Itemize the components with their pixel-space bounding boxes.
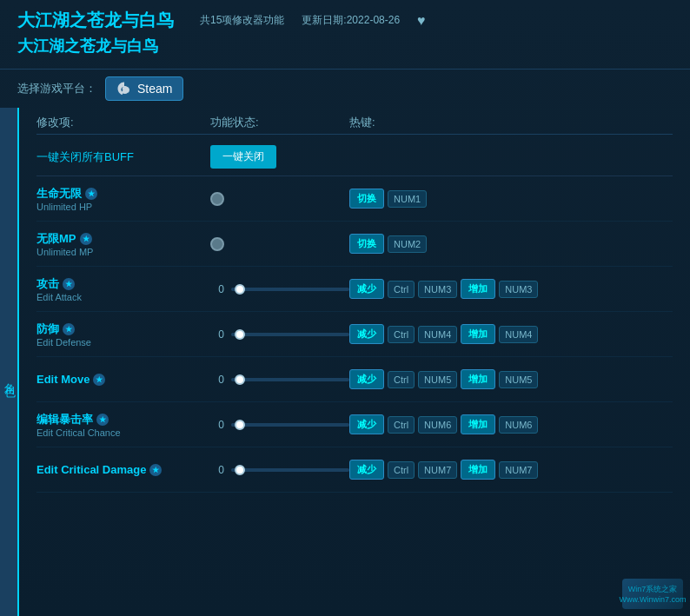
hotkey-0-0[interactable]: 切换: [349, 189, 384, 209]
mod-hotkey-col-2: 减少CtrlNUM3增加NUM3: [349, 279, 673, 299]
slider-value-3: 0: [210, 328, 224, 341]
hotkey-3-4[interactable]: NUM4: [499, 326, 538, 343]
hotkey-2-3[interactable]: 增加: [461, 279, 495, 299]
hotkey-4-2[interactable]: NUM5: [418, 371, 457, 388]
mod-name-zh-5: 编辑暴击率★: [36, 412, 210, 427]
star-icon-6[interactable]: ★: [149, 464, 162, 476]
watermark-logo: Win7系统之家 Www.Winwin7.com: [622, 579, 683, 609]
mod-name-col-4: Edit Move★: [36, 373, 210, 387]
slider-track-3[interactable]: [231, 333, 349, 336]
slider-container-2: 0: [210, 283, 349, 295]
side-tab: 角色: [0, 108, 19, 616]
col-status-header: 功能状态:: [210, 115, 349, 130]
hotkey-1-1[interactable]: NUM2: [388, 235, 427, 253]
mod-name-col-0: 生命无限★Unlimited HP: [36, 186, 210, 212]
hotkey-4-1[interactable]: Ctrl: [388, 371, 415, 388]
toggle-circle-1[interactable]: [210, 237, 224, 251]
hotkey-2-0[interactable]: 减少: [349, 279, 384, 299]
mod-hotkey-col-6: 减少CtrlNUM7增加NUM7: [349, 460, 673, 480]
hotkey-5-0[interactable]: 减少: [349, 414, 384, 434]
mod-status-col-0: [210, 192, 349, 206]
mod-name-col-6: Edit Critical Damage★: [36, 463, 210, 477]
hotkey-6-0[interactable]: 减少: [349, 460, 384, 480]
mod-status-col-4: 0: [210, 374, 349, 386]
slider-thumb-3[interactable]: [235, 329, 245, 340]
slider-track-5[interactable]: [231, 423, 349, 427]
hotkey-6-2[interactable]: NUM7: [418, 461, 457, 479]
hotkey-2-1[interactable]: Ctrl: [388, 281, 415, 298]
hotkey-6-3[interactable]: 增加: [461, 460, 495, 480]
header-meta: 共15项修改器功能 更新日期:2022-08-26 ♥: [200, 13, 426, 29]
onekey-button[interactable]: 一键关闭: [210, 145, 276, 169]
hotkey-6-1[interactable]: Ctrl: [388, 461, 415, 479]
hotkey-5-3[interactable]: 增加: [461, 414, 495, 434]
steam-icon: [116, 81, 132, 96]
mod-hotkey-col-1: 切换NUM2: [349, 234, 673, 254]
slider-thumb-6[interactable]: [235, 465, 245, 475]
slider-container-3: 0: [210, 328, 349, 341]
mod-name-zh-2: 攻击★: [36, 276, 210, 292]
mod-name-en-1: Unlimited MP: [36, 247, 210, 257]
platform-row: 选择游戏平台： Steam: [0, 70, 690, 108]
slider-thumb-4[interactable]: [235, 374, 245, 385]
mod-name-en-4: Edit Move★: [36, 373, 210, 387]
mod-name-en-0: Unlimited HP: [36, 202, 210, 212]
star-icon-4[interactable]: ★: [93, 374, 105, 386]
mod-hotkey-col-0: 切换NUM1: [349, 189, 673, 209]
platform-label: 选择游戏平台：: [17, 81, 96, 96]
modifiers-list: 生命无限★Unlimited HP切换NUM1无限MP★Unlimited MP…: [36, 176, 673, 493]
slider-value-2: 0: [210, 283, 224, 295]
star-icon-0[interactable]: ★: [85, 188, 97, 200]
hotkey-3-0[interactable]: 减少: [349, 324, 384, 344]
mod-name-col-1: 无限MP★Unlimited MP: [36, 231, 210, 257]
slider-track-6[interactable]: [231, 468, 349, 472]
mod-name-zh-1: 无限MP★: [36, 231, 210, 247]
slider-container-6: 0: [210, 464, 349, 476]
hotkey-1-0[interactable]: 切换: [349, 234, 384, 254]
game-title-main: 大江湖之苍龙与白鸟: [17, 9, 174, 32]
mod-status-col-6: 0: [210, 464, 349, 476]
heart-icon[interactable]: ♥: [417, 13, 426, 29]
modifier-row-6: Edit Critical Damage★0减少CtrlNUM7增加NUM7: [36, 447, 673, 493]
slider-track-4[interactable]: [231, 378, 349, 381]
slider-thumb-2[interactable]: [235, 284, 245, 295]
mod-name-zh-3: 防御★: [36, 321, 210, 337]
modifier-row-1: 无限MP★Unlimited MP切换NUM2: [36, 222, 673, 267]
col-hotkey-header: 热键:: [349, 115, 673, 130]
star-icon-3[interactable]: ★: [63, 323, 75, 335]
hotkey-2-4[interactable]: NUM3: [499, 281, 538, 298]
modifier-row-3: 防御★Edit Defense0减少CtrlNUM4增加NUM4: [36, 312, 673, 357]
steam-button[interactable]: Steam: [105, 76, 183, 101]
hotkey-4-3[interactable]: 增加: [461, 369, 495, 389]
slider-track-2[interactable]: [231, 288, 349, 291]
mod-status-col-3: 0: [210, 328, 349, 341]
onekey-row: 一键关闭所有BUFF 一键关闭: [36, 138, 673, 176]
mod-name-col-3: 防御★Edit Defense: [36, 321, 210, 348]
hotkey-6-4[interactable]: NUM7: [499, 461, 538, 479]
hotkey-3-1[interactable]: Ctrl: [388, 326, 415, 343]
star-icon-2[interactable]: ★: [63, 278, 75, 290]
hotkey-4-4[interactable]: NUM5: [499, 371, 538, 388]
hotkey-5-2[interactable]: NUM6: [418, 416, 457, 434]
hotkey-3-2[interactable]: NUM4: [418, 326, 457, 343]
hotkey-2-2[interactable]: NUM3: [418, 281, 457, 298]
mod-name-en-5: Edit Critical Chance: [36, 427, 210, 438]
hotkey-5-1[interactable]: Ctrl: [388, 416, 415, 434]
slider-value-6: 0: [210, 464, 224, 476]
mod-status-col-5: 0: [210, 419, 349, 431]
hotkey-3-3[interactable]: 增加: [461, 324, 495, 344]
hotkey-5-4[interactable]: NUM6: [499, 416, 538, 434]
star-icon-5[interactable]: ★: [96, 414, 109, 426]
slider-container-5: 0: [210, 419, 349, 431]
slider-thumb-5[interactable]: [235, 420, 245, 430]
onekey-label: 一键关闭所有BUFF: [36, 149, 210, 165]
slider-container-4: 0: [210, 374, 349, 386]
hotkey-4-0[interactable]: 减少: [349, 369, 384, 389]
header: 大江湖之苍龙与白鸟 共15项修改器功能 更新日期:2022-08-26 ♥ 大江…: [0, 0, 690, 70]
slider-value-5: 0: [210, 419, 224, 431]
content-area: 角色 修改项: 功能状态: 热键: 一键关闭所有BUFF 一键关闭 生命无限★U…: [0, 108, 690, 616]
hotkey-0-1[interactable]: NUM1: [388, 190, 427, 208]
modifier-row-0: 生命无限★Unlimited HP切换NUM1: [36, 176, 673, 222]
star-icon-1[interactable]: ★: [80, 233, 92, 245]
toggle-circle-0[interactable]: [210, 192, 224, 206]
